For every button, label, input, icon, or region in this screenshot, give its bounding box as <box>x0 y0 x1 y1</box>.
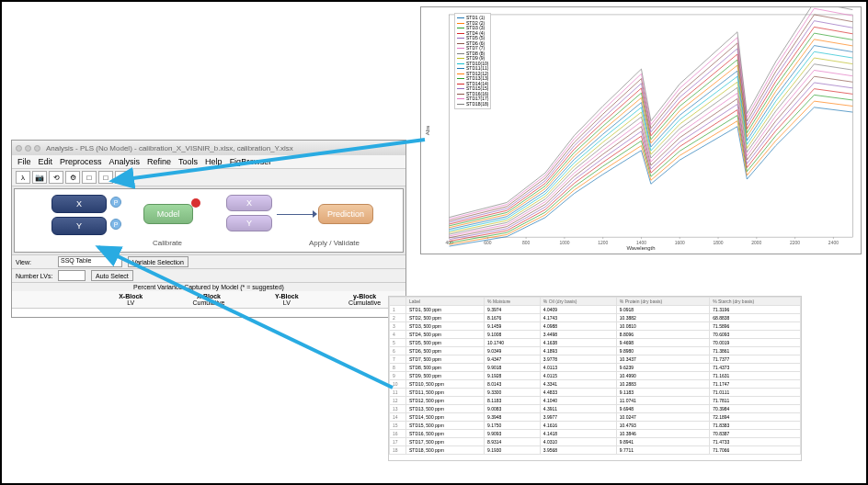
camera-icon[interactable]: 📷 <box>32 171 47 184</box>
column-header[interactable]: % Protein (dry basis) <box>616 298 709 306</box>
lambda-icon[interactable]: λ <box>16 171 30 184</box>
variable-selection-button[interactable]: Variable Selection <box>128 256 188 267</box>
menu-edit[interactable]: Edit <box>39 157 53 166</box>
analysis-window: Analysis - PLS (No Model) - calibration_… <box>11 140 406 318</box>
view-row: View: SSQ Table Variable Selection <box>12 254 405 268</box>
refresh-icon[interactable]: ⟲ <box>49 171 63 184</box>
svg-text:800: 800 <box>522 241 531 245</box>
data-table-window: Label% Moisture% Oil (dry basis)% Protei… <box>388 296 802 461</box>
table-row[interactable]: 16STD16, 500 ppm9.90934.141810.384670.83… <box>390 430 801 438</box>
table-row[interactable]: 14STD14, 500 ppm9.39483.997710.024772.18… <box>390 413 801 422</box>
zoom-icon[interactable] <box>34 145 40 152</box>
column-header[interactable]: % Moisture <box>485 298 541 306</box>
y-validate-block[interactable]: Y <box>226 215 272 231</box>
svg-text:1000: 1000 <box>559 241 569 245</box>
table-row[interactable]: 17STD17, 500 ppm8.93144.03109.894171.473… <box>390 438 801 446</box>
view-select[interactable]: SSQ Table <box>58 256 122 267</box>
error-icon <box>191 198 200 208</box>
column-header[interactable]: % Oil (dry basis) <box>540 298 616 306</box>
y-axis-label: Abs <box>425 126 430 135</box>
workflow-diagram: X Y P P Model X Y Prediction Calibrate A… <box>14 188 404 253</box>
menu-preprocess[interactable]: Preprocess <box>60 157 102 166</box>
menu-file[interactable]: File <box>17 157 31 166</box>
window-title: Analysis - PLS (No Model) - calibration_… <box>46 144 293 152</box>
variance-columns: X-BlockLV X-BlockCumulative Y-BlockLV y-… <box>12 291 405 308</box>
table-row[interactable]: 2STD2, 500 ppm8.16764.174310.388268.8838 <box>390 314 801 322</box>
menu-tools[interactable]: Tools <box>178 157 198 166</box>
svg-text:1800: 1800 <box>714 241 724 245</box>
svg-text:2000: 2000 <box>751 241 761 245</box>
table-row[interactable]: 13STD13, 500 ppm9.00834.39119.694870.398… <box>390 405 801 413</box>
menubar: File Edit Preprocess Analysis Refine Too… <box>12 155 405 169</box>
table-row[interactable]: 15STD15, 500 ppm9.17504.161610.479371.83… <box>390 422 801 430</box>
table-row[interactable]: 7STD7, 500 ppm9.43473.977810.343771.7377 <box>390 355 801 364</box>
numlv-field[interactable] <box>58 270 86 281</box>
x-block[interactable]: X <box>51 195 107 213</box>
svg-text:1600: 1600 <box>675 241 685 245</box>
table-row[interactable]: 8STD8, 500 ppm9.90184.01139.623971.4373 <box>390 364 801 372</box>
spectra-chart: 4006008001000120014001600180020002200240… <box>420 6 862 254</box>
table-row[interactable]: 18STD18, 500 ppm9.19303.95689.771171.706… <box>390 446 801 455</box>
x-axis-label: Wavelength <box>626 245 655 251</box>
tool-icon[interactable]: □ <box>98 171 113 184</box>
column-header[interactable]: % Starch (dry basis) <box>710 298 801 306</box>
table-row[interactable]: 5STD5, 500 ppm10.17404.16389.469870.0019 <box>390 339 801 347</box>
menu-help[interactable]: Help <box>205 157 223 166</box>
data-table: Label% Moisture% Oil (dry basis)% Protei… <box>389 297 801 455</box>
auto-select-button[interactable]: Auto Select <box>91 270 133 281</box>
legend-item: STD18(18) <box>457 102 488 107</box>
table-row[interactable]: 9STD9, 500 ppm9.19284.011510.499071.1631 <box>390 372 801 380</box>
numlv-row: Number LVs: Auto Select <box>12 268 405 282</box>
table-row[interactable]: 10STD10, 500 ppm8.01434.334110.288371.17… <box>390 380 801 389</box>
table-row[interactable]: 3STD3, 500 ppm9.14594.098810.081071.5896 <box>390 322 801 331</box>
variance-header: Percent Variance Captured by Model (* = … <box>12 282 405 291</box>
numlv-label: Number LVs: <box>16 273 58 279</box>
calibrate-label: Calibrate <box>153 239 182 247</box>
x-validate-block[interactable]: X <box>226 195 272 211</box>
prediction-block[interactable]: Prediction <box>318 204 373 224</box>
menu-refine[interactable]: Refine <box>147 157 171 166</box>
close-icon[interactable] <box>16 145 22 152</box>
column-header[interactable] <box>390 298 406 306</box>
svg-text:2400: 2400 <box>828 241 839 245</box>
tool-icon[interactable]: □ <box>82 171 97 184</box>
view-label: View: <box>16 259 58 265</box>
model-block[interactable]: Model <box>143 204 193 224</box>
table-row[interactable]: 1STD1, 500 ppm9.39744.04099.091871.3196 <box>390 306 801 314</box>
column-header[interactable]: Label <box>406 298 485 306</box>
svg-text:600: 600 <box>484 241 492 245</box>
legend: STD1 (1)STD2 (2)STD3 (3)STD4 (4)STD5 (5)… <box>454 13 491 109</box>
svg-text:1200: 1200 <box>598 241 608 245</box>
table-row[interactable]: 6STD6, 500 ppm9.03494.18939.898071.3861 <box>390 347 801 355</box>
gear-icon[interactable]: ⚙ <box>65 171 80 184</box>
menu-figbrowser[interactable]: FigBrowser <box>230 157 272 166</box>
toolbar: λ 📷 ⟲ ⚙ □ □ ▢ <box>12 169 405 186</box>
preprocess-badge[interactable]: P <box>110 197 121 208</box>
validate-label: Apply / Validate <box>309 239 360 247</box>
table-row[interactable]: 4STD4, 500 ppm9.10083.44988.809670.6093 <box>390 331 801 339</box>
svg-rect-0 <box>450 15 853 237</box>
table-row[interactable]: 11STD11, 500 ppm9.33004.48339.118371.011… <box>390 389 801 397</box>
minimize-icon[interactable] <box>25 145 31 152</box>
menu-analysis[interactable]: Analysis <box>109 157 141 166</box>
preprocess-badge[interactable]: P <box>110 219 121 230</box>
table-row[interactable]: 12STD12, 500 ppm8.11834.104011.074171.78… <box>390 397 801 405</box>
y-block[interactable]: Y <box>51 217 107 235</box>
titlebar[interactable]: Analysis - PLS (No Model) - calibration_… <box>12 141 405 155</box>
tool-icon[interactable]: ▢ <box>115 171 130 184</box>
svg-text:2200: 2200 <box>790 241 800 245</box>
